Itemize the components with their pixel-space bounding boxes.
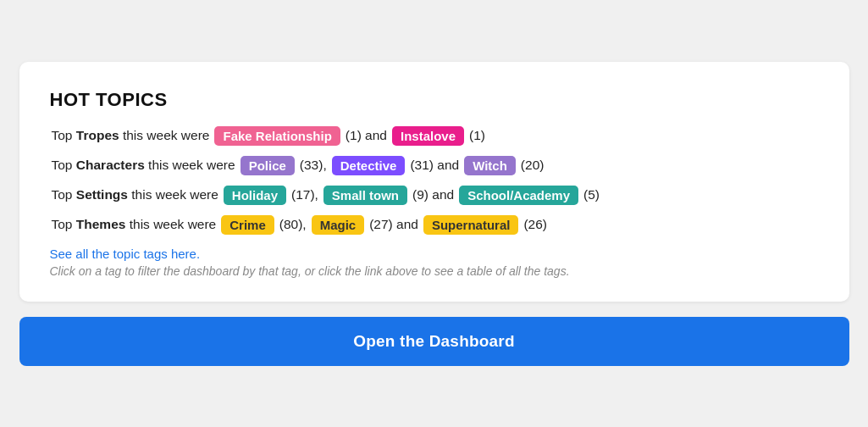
tag-magic[interactable]: Magic bbox=[312, 215, 365, 235]
tag-small-town[interactable]: Small town bbox=[323, 186, 407, 205]
see-all-link[interactable]: See all the topic tags here. bbox=[50, 247, 819, 261]
tag-school-academy[interactable]: School/Academy bbox=[459, 186, 578, 205]
themes-row: Top Themes this week were Crime (80), Ma… bbox=[50, 215, 819, 235]
themes-prefix: Top Themes this week were bbox=[52, 217, 217, 232]
tag-holiday[interactable]: Holiday bbox=[224, 186, 286, 205]
tag-supernatural[interactable]: Supernatural bbox=[423, 215, 519, 235]
settings-prefix: Top Settings this week were bbox=[52, 187, 218, 202]
settings-row: Top Settings this week were Holiday (17)… bbox=[50, 186, 819, 205]
open-dashboard-button[interactable]: Open the Dashboard bbox=[19, 317, 849, 366]
tag-fake-relationship[interactable]: Fake Relationship bbox=[214, 126, 340, 146]
tag-witch[interactable]: Witch bbox=[464, 156, 516, 175]
tag-detective[interactable]: Detective bbox=[332, 156, 406, 175]
hint-text: Click on a tag to filter the dashboard b… bbox=[50, 264, 819, 278]
tag-instalove[interactable]: Instalove bbox=[392, 126, 464, 146]
tag-crime[interactable]: Crime bbox=[221, 215, 274, 235]
section-title: HOT TOPICS bbox=[50, 89, 819, 111]
characters-row: Top Characters this week were Police (33… bbox=[50, 156, 819, 175]
tropes-row: Top Tropes this week were Fake Relations… bbox=[50, 126, 819, 146]
tag-police[interactable]: Police bbox=[240, 156, 295, 175]
tropes-prefix: Top Tropes this week were bbox=[52, 128, 210, 143]
hot-topics-card: HOT TOPICS Top Tropes this week were Fak… bbox=[19, 62, 849, 302]
characters-prefix: Top Characters this week were bbox=[52, 158, 235, 173]
